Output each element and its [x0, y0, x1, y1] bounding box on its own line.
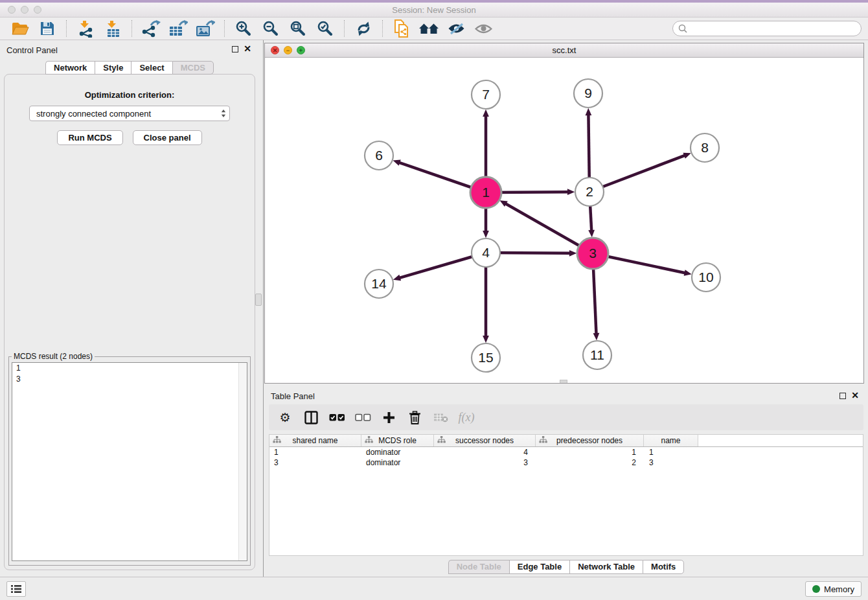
window-titlebar: Session: New Session: [0, 3, 868, 17]
tab-edge-table[interactable]: Edge Table: [509, 560, 569, 574]
column-type-icon: [539, 436, 547, 445]
close-panel-button[interactable]: Close panel: [133, 130, 202, 145]
memory-button[interactable]: Memory: [805, 581, 862, 597]
zoom-fit-icon[interactable]: [287, 19, 309, 38]
optimization-criterion-label: Optimization criterion:: [5, 90, 255, 100]
import-network-icon[interactable]: [74, 19, 97, 38]
column-label: name: [661, 436, 680, 445]
result-scrollbar[interactable]: [238, 363, 247, 560]
add-column-icon[interactable]: [380, 408, 397, 426]
run-mcds-button[interactable]: Run MCDS: [57, 130, 122, 145]
zoom-out-icon[interactable]: [260, 19, 282, 38]
zoom-selected-icon[interactable]: [314, 19, 336, 38]
close-table-panel-icon[interactable]: ✕: [851, 390, 859, 400]
cell-shared-name: 1: [269, 447, 361, 457]
table-settings-icon[interactable]: ⚙: [277, 408, 293, 426]
column-header-successor-nodes[interactable]: successor nodes: [434, 435, 536, 446]
export-network-icon[interactable]: [140, 19, 162, 38]
tab-mcds[interactable]: MCDS: [172, 61, 214, 75]
splitter-handle[interactable]: [255, 294, 262, 306]
canvas-resize-grip[interactable]: [560, 380, 567, 383]
tab-node-table[interactable]: Node Table: [448, 560, 509, 574]
show-all-icon[interactable]: [472, 19, 494, 38]
graph-node-label: 7: [482, 87, 490, 102]
network-view-window: ✕ − + scc.txt 7968124314101511: [264, 43, 864, 384]
column-label: shared name: [292, 436, 337, 445]
network-canvas[interactable]: 7968124314101511: [265, 58, 863, 383]
column-type-icon: [365, 436, 373, 445]
task-history-button[interactable]: [6, 581, 26, 597]
search-input[interactable]: [672, 21, 862, 36]
status-bar: Memory: [0, 577, 868, 600]
import-table-icon[interactable]: [102, 19, 124, 38]
table-row[interactable]: 3 dominator 3 2 3: [269, 457, 863, 468]
table-panel: Table Panel ✕ ⚙ f(x): [264, 386, 868, 577]
graph-node-label: 2: [586, 184, 593, 199]
network-graph[interactable]: 7968124314101511: [265, 58, 863, 383]
main-toolbar: [0, 17, 868, 40]
application-window: Session: New Session: [0, 0, 868, 600]
float-panel-icon[interactable]: [232, 46, 238, 52]
close-panel-icon[interactable]: ✕: [244, 43, 251, 54]
refresh-view-icon[interactable]: [352, 19, 374, 38]
fx-label: f(x): [459, 411, 475, 424]
delete-column-icon[interactable]: [406, 408, 423, 426]
column-type-icon: [273, 436, 281, 445]
table-row[interactable]: 1 dominator 4 1 1: [269, 447, 863, 457]
float-table-panel-icon[interactable]: [839, 393, 846, 399]
tab-motifs[interactable]: Motifs: [643, 560, 684, 574]
optimization-criterion-select[interactable]: strongly connected component: [29, 106, 230, 121]
tab-network-table[interactable]: Network Table: [569, 560, 643, 574]
table-panel-title: Table Panel: [271, 391, 315, 401]
export-image-icon[interactable]: [194, 19, 216, 38]
cell-shared-name: 3: [269, 457, 361, 468]
panel-divider: [263, 40, 264, 577]
graph-edge-2-8[interactable]: [589, 156, 685, 192]
select-all-columns-icon[interactable]: [328, 408, 345, 426]
tab-style[interactable]: Style: [95, 61, 131, 75]
delete-table-icon[interactable]: [432, 408, 449, 426]
column-header-shared-name[interactable]: shared name: [269, 435, 361, 446]
duplicate-network-icon[interactable]: [391, 19, 413, 38]
result-node: 1: [12, 363, 247, 374]
window-title: Session: New Session: [0, 5, 868, 15]
network-window-titlebar[interactable]: ✕ − + scc.txt: [265, 43, 863, 58]
table-toolbar: ⚙ f(x): [269, 404, 863, 430]
graph-node-label: 10: [698, 270, 713, 284]
tab-select[interactable]: Select: [131, 61, 172, 75]
toolbar-separator: [344, 20, 345, 37]
deselect-all-columns-icon[interactable]: [354, 408, 371, 426]
cell-predecessor-nodes: 1: [536, 447, 644, 457]
show-columns-icon[interactable]: [303, 408, 319, 426]
hide-selected-icon[interactable]: [445, 19, 467, 38]
toolbar-separator: [224, 20, 225, 37]
toolbar-separator: [66, 20, 67, 37]
graph-node-label: 9: [584, 86, 592, 100]
graph-node-label: 14: [371, 276, 387, 291]
table-header-row: shared name MCDS role successor nodes pr…: [269, 435, 863, 447]
column-header-mcds-role[interactable]: MCDS role: [361, 435, 434, 446]
zoom-in-icon[interactable]: [233, 19, 255, 38]
graph-node-label: 15: [478, 350, 493, 365]
stepper-icon: [218, 109, 229, 118]
save-session-icon[interactable]: [36, 19, 58, 38]
open-session-icon[interactable]: [9, 19, 31, 38]
export-table-icon[interactable]: [167, 19, 189, 38]
tab-network[interactable]: Network: [45, 61, 95, 75]
apply-layout-icon[interactable]: [418, 19, 440, 38]
mcds-result-list[interactable]: 1 3: [12, 362, 247, 561]
mcds-result-fieldset: MCDS result (2 nodes) 1 3: [8, 352, 251, 566]
column-label: MCDS role: [378, 436, 417, 445]
graph-node-label: 11: [590, 347, 604, 362]
column-header-name[interactable]: name: [644, 435, 698, 446]
control-panel-tabs: Network Style Select MCDS: [0, 61, 259, 75]
cell-name: 3: [644, 457, 698, 468]
selected-criterion: strongly connected component: [30, 109, 218, 119]
memory-status-icon: [812, 585, 820, 593]
column-header-predecessor-nodes[interactable]: predecessor nodes: [536, 435, 644, 446]
column-label: predecessor nodes: [556, 436, 622, 445]
function-builder-icon[interactable]: f(x): [458, 408, 475, 426]
mcds-panel-body: Optimization criterion: strongly connect…: [4, 74, 255, 570]
cell-name: 1: [644, 447, 698, 457]
toolbar-separator: [131, 20, 132, 37]
